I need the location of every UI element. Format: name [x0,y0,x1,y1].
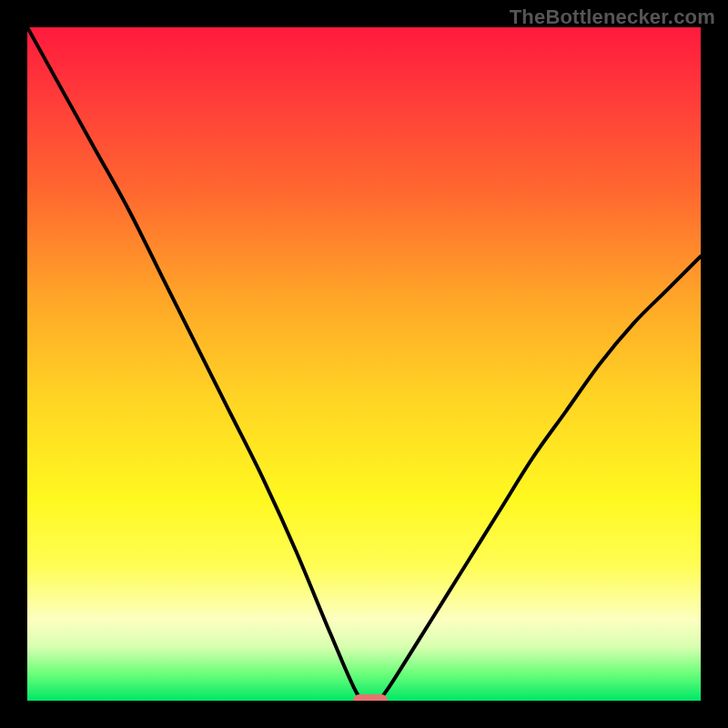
chart-frame: TheBottlenecker.com [0,0,728,728]
watermark-text: TheBottlenecker.com [510,5,715,29]
bottleneck-curve [27,27,701,701]
optimal-marker [353,694,388,701]
curve-path [27,27,701,701]
plot-area [27,27,701,701]
